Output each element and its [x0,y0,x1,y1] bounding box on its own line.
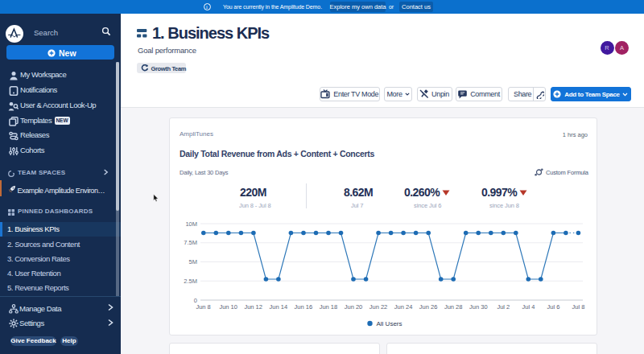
svg-text:Jul 8: Jul 8 [572,303,585,311]
svg-text:Jun 12: Jun 12 [244,303,262,311]
svg-text:Jul 4: Jul 4 [522,303,535,311]
svg-text:Jul 2: Jul 2 [497,303,510,311]
svg-text:Jun 30: Jun 30 [469,303,488,311]
svg-text:2.5M: 2.5M [184,278,197,285]
svg-text:5M: 5M [189,258,197,266]
svg-text:All Users: All Users [377,320,402,327]
svg-text:Jun 10: Jun 10 [219,303,237,311]
svg-text:Jun 24: Jun 24 [394,303,413,311]
svg-text:10M: 10M [185,220,197,228]
svg-text:Jun 22: Jun 22 [369,303,388,311]
svg-text:Jun 8: Jun 8 [196,303,210,311]
svg-text:Jun 20: Jun 20 [345,303,363,311]
svg-text:Jun 28: Jun 28 [444,303,463,311]
svg-text:Jun 14: Jun 14 [270,303,288,311]
svg-text:Jun 26: Jun 26 [419,303,438,311]
svg-text:Jul 6: Jul 6 [547,303,559,311]
svg-text:Jun 16: Jun 16 [295,303,313,311]
svg-text:Jun 18: Jun 18 [320,303,338,311]
svg-text:7.5M: 7.5M [184,239,197,246]
